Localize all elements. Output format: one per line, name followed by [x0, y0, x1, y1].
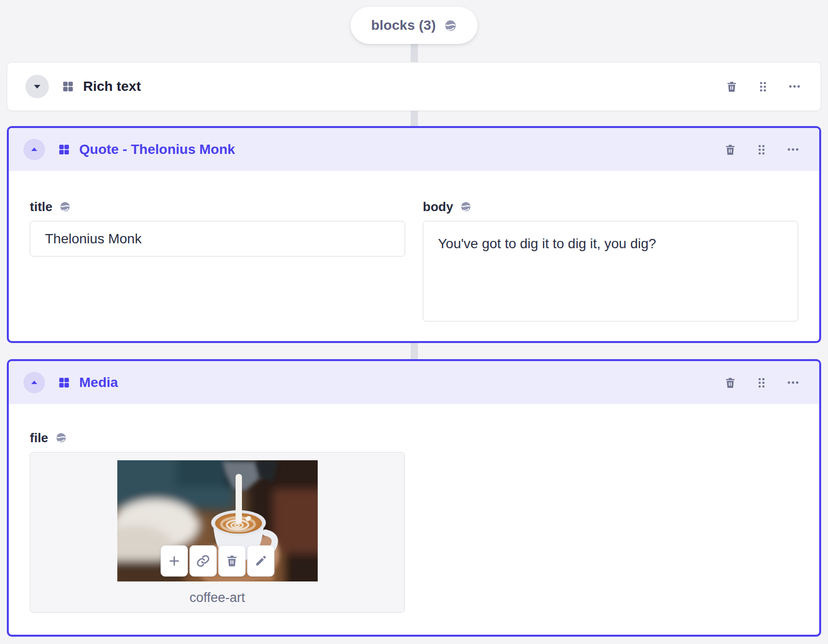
chevron-up-icon: [28, 377, 40, 388]
title-input[interactable]: [30, 221, 405, 257]
drag-handle-icon: [757, 80, 769, 93]
file-name: coffee-art: [30, 590, 404, 605]
photo-toolbar: [160, 545, 274, 577]
block-title: Quote - Thelonius Monk: [79, 142, 235, 157]
coffee-photo-preview[interactable]: [117, 460, 318, 581]
field-label-body: body: [423, 199, 453, 215]
block-header[interactable]: Media: [9, 361, 819, 404]
field-label-title: title: [30, 199, 52, 215]
globe-icon: [460, 201, 472, 213]
trash-icon: [225, 554, 239, 568]
globe-icon: [59, 201, 71, 213]
body-textarea[interactable]: You've got to dig it to dig it, you dig?: [423, 221, 798, 322]
block-menu-button[interactable]: [786, 376, 800, 389]
title-field: title: [30, 198, 405, 323]
pencil-icon: [254, 554, 267, 568]
block-title: Media: [79, 375, 118, 390]
collapse-button[interactable]: [23, 372, 45, 393]
link-file-button[interactable]: [189, 545, 217, 577]
block-menu-button[interactable]: [788, 80, 801, 93]
plus-icon: [167, 554, 181, 568]
add-file-button[interactable]: [160, 545, 188, 577]
ellipsis-icon: [788, 80, 801, 93]
drag-handle-icon: [755, 143, 768, 156]
collapse-button[interactable]: [23, 139, 45, 160]
ellipsis-icon: [786, 376, 800, 389]
block-card-media[interactable]: Media file: [7, 359, 821, 637]
remove-file-button[interactable]: [218, 545, 245, 577]
tree-connector-line: [411, 109, 418, 127]
file-upload-field: coffee-art: [30, 452, 405, 613]
tree-connector-line: [411, 341, 418, 361]
delete-block-button[interactable]: [724, 376, 737, 389]
edit-file-button[interactable]: [247, 545, 274, 577]
block-header[interactable]: Quote - Thelonius Monk: [9, 128, 819, 171]
block-menu-button[interactable]: [786, 143, 800, 156]
expand-button[interactable]: [25, 75, 49, 98]
body-field: body You've got to dig it to dig it, you…: [423, 198, 798, 323]
trash-icon: [724, 376, 737, 389]
chevron-down-icon: [31, 80, 44, 93]
array-field-label: blocks (3): [371, 18, 436, 33]
array-field-pill: blocks (3): [350, 7, 478, 44]
globe-icon: [444, 19, 457, 32]
drag-handle[interactable]: [757, 80, 769, 93]
block-type-icon: [58, 143, 70, 156]
ellipsis-icon: [786, 143, 800, 156]
trash-icon: [725, 80, 738, 93]
block-type-icon: [62, 80, 74, 93]
drag-handle[interactable]: [755, 143, 768, 156]
globe-icon: [55, 432, 67, 444]
block-card-quote[interactable]: Quote - Thelonius Monk title body: [7, 126, 821, 343]
block-title: Rich text: [83, 79, 141, 94]
drag-handle-icon: [755, 376, 768, 389]
block-header[interactable]: Rich text: [7, 63, 821, 110]
link-icon: [196, 554, 210, 568]
trash-icon: [724, 143, 737, 156]
field-label-file: file: [30, 430, 48, 446]
block-type-icon: [58, 376, 70, 389]
block-card-rich-text[interactable]: Rich text: [7, 62, 821, 111]
delete-block-button[interactable]: [725, 80, 738, 93]
chevron-up-icon: [28, 144, 40, 155]
delete-block-button[interactable]: [724, 143, 737, 156]
drag-handle[interactable]: [755, 376, 768, 389]
